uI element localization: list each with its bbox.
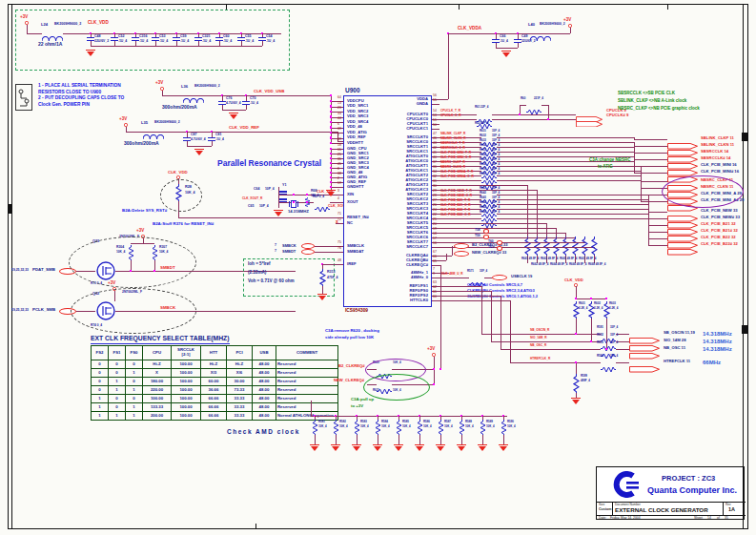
junction-dot: [519, 113, 521, 115]
wire: [432, 265, 439, 266]
resistor-ref: R67 0_4: [313, 195, 324, 198]
chip-refdes: U900: [345, 88, 360, 94]
resistor-val: 10K_4: [339, 425, 348, 428]
wire: [439, 300, 510, 301]
chip-pin-label: RESET_IN#: [347, 216, 369, 219]
resistor-ref: R571: [467, 270, 474, 273]
pin-number: 39: [337, 128, 341, 132]
wire: [634, 146, 667, 147]
junction-dot: [330, 132, 332, 134]
resistor-icon: [573, 374, 580, 393]
resistor-ref: R638: [480, 163, 486, 166]
junction-dot: [575, 361, 577, 363]
cap-val: .1U_4: [139, 40, 148, 43]
ground-icon: [275, 212, 282, 216]
capacitor-icon: [173, 37, 180, 38]
junction-dot: [547, 118, 549, 120]
resistor-val: 33F_4: [610, 334, 618, 337]
highlight-ellipse: [662, 175, 744, 208]
cap-ref: C54: [266, 35, 273, 39]
pin-number: 46: [433, 137, 437, 141]
wire: [497, 204, 648, 205]
resistor-ref: R642: [480, 192, 486, 195]
port-label: CLK_PCIE_B21 32: [701, 222, 736, 226]
resistor-icon: [438, 420, 444, 435]
resistor-ref: R632: [480, 134, 486, 137]
port-label: CLK_PCIE_MINI 16: [701, 163, 737, 167]
pin-number: 75: [337, 241, 341, 245]
port-label: CLK_PCIE_B22 32: [701, 236, 736, 239]
port-label: SBSRCCLK# 14: [701, 156, 730, 160]
zone-marker: [8, 204, 12, 214]
resistor-val: 33F_4: [492, 154, 500, 156]
net-label-clkvddusb: CLK_VDD_USB: [254, 90, 284, 93]
pin-number: 24: [433, 209, 437, 213]
wire: [439, 185, 527, 186]
chip-pin-label: VDD_SRC3: [347, 114, 368, 118]
cap-ref: C316: [139, 35, 148, 39]
chip-pin-label: XOUT: [347, 200, 358, 204]
junction-dot: [330, 142, 332, 144]
capacitor-icon: [194, 37, 202, 38]
wire: [570, 28, 571, 33]
cap-ref: C59: [180, 35, 187, 39]
resistor-ref: R602: [594, 302, 601, 305]
resistor-icon: [601, 346, 616, 353]
resistor-val: 33F_4: [492, 158, 500, 161]
pin-number: 44: [337, 117, 341, 121]
clock-map-note: SBLINK_CLKP <>NB A-Link clock: [618, 99, 686, 104]
resistor-icon: [553, 237, 560, 256]
resistor-icon: [396, 420, 402, 435]
wire: [378, 435, 378, 444]
wire: [497, 142, 634, 143]
inductor-part: BK2009HS600_2: [540, 23, 565, 26]
pin-number: 50: [433, 124, 437, 128]
resistor-icon: [417, 420, 423, 435]
pin-number: 16: [433, 242, 437, 246]
pin-number: 32: [433, 175, 437, 179]
junction-dot: [330, 148, 332, 150]
pin-number: 66: [433, 256, 437, 259]
cap-val: .1U_4: [202, 40, 211, 43]
resistor-ref: R635: [480, 149, 486, 152]
testpoint-label: T61: [488, 246, 494, 249]
resistor-val: 33F_4: [492, 130, 500, 133]
net-label-clkvdd: CLK_VDD: [88, 21, 109, 26]
highlight-ellipse: [69, 237, 196, 288]
inductor-icon: [183, 91, 204, 96]
resistor-val: 2.2K_4: [594, 307, 603, 310]
resistor-val: 33F_4: [492, 211, 500, 214]
power-rail-label: +3V: [20, 15, 28, 20]
resistor-val: 221F_4: [534, 97, 543, 100]
ground-icon: [311, 446, 318, 451]
wire: [497, 152, 634, 153]
pin-number: 33: [337, 113, 341, 116]
wire: [439, 291, 491, 292]
offpage-port-icon: [454, 243, 469, 249]
highlight-ellipse: [71, 288, 196, 334]
pin-number: 59: [337, 182, 341, 186]
placement-note-line: 2 - PUT DECOUPLING CAPS CLOSE TO: [38, 96, 124, 101]
pin-number: 27: [433, 199, 437, 203]
resistor-val: 33F_4: [492, 134, 500, 137]
resistor-val: 33F_4: [492, 206, 500, 209]
port-arrow-icon: [667, 136, 698, 143]
port-arrow-icon: [629, 346, 660, 353]
port-arrow-icon: [667, 156, 698, 163]
resistor-ref: R664 49.9F_4: [550, 263, 567, 266]
capacitor-icon: [237, 37, 245, 38]
junction-dot: [330, 162, 332, 164]
cap-ref: C55: [245, 35, 252, 39]
wire: [497, 180, 641, 181]
net-label: HTREFCLK_R: [530, 358, 550, 360]
capacitor-icon: [183, 137, 191, 138]
cap-val: .1U_4: [250, 102, 258, 105]
wire: [541, 105, 548, 106]
inductor-ref: L24: [41, 23, 48, 27]
ground-icon: [502, 52, 510, 57]
wire: [439, 237, 575, 238]
power-rail-label: +3V: [119, 117, 127, 122]
resistor-val: 33F_4: [610, 326, 618, 329]
resistor-icon: [562, 237, 569, 256]
wire: [448, 33, 449, 99]
